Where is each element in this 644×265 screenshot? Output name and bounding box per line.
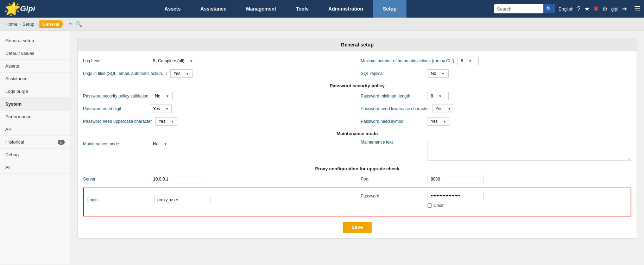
pw-symbol-select[interactable]: Yes ▼ xyxy=(428,117,449,126)
pw-uppercase-group: Password need uppercase character Yes ▼ xyxy=(83,117,354,126)
password-control xyxy=(428,192,484,200)
sql-replica-control: No ▼ xyxy=(428,69,449,78)
panel-title: General setup xyxy=(78,38,637,51)
log-level-row: Log Level 5- Complete (all) ▼ Maximal nu… xyxy=(83,57,631,65)
search-box: 🔍 xyxy=(494,4,555,13)
port-group: Port xyxy=(361,175,631,183)
pw-min-length-control: 8 ▼ xyxy=(428,92,449,100)
login-input[interactable] xyxy=(154,196,210,204)
gear-icon[interactable]: ⚙ xyxy=(602,5,608,13)
pw-lowercase-label: Password need lowercase character xyxy=(361,106,429,111)
max-actions-select[interactable]: 5 ▼ xyxy=(457,57,479,65)
breadcrumb-home[interactable]: Home xyxy=(5,21,18,27)
pw-lowercase-group: Password need lowercase character Yes ▼ xyxy=(361,105,631,113)
pw-min-length-arrow: ▼ xyxy=(438,94,442,98)
clear-label: Clear xyxy=(434,203,444,208)
logs-files-label: Logs in files (SQL, email, automatic act… xyxy=(83,71,167,76)
maintenance-mode-control: No ▼ xyxy=(150,140,171,148)
breadcrumb-current[interactable]: General xyxy=(39,20,63,28)
sidebar-item-debug[interactable]: Debug xyxy=(0,149,70,161)
maintenance-mode-arrow: ▼ xyxy=(164,142,167,146)
logs-files-group: Logs in files (SQL, email, automatic act… xyxy=(83,69,354,78)
logo[interactable]: 🌟 Glpi xyxy=(4,1,67,16)
maintenance-mode-label: Maintenance mode xyxy=(83,141,146,146)
search-button[interactable]: 🔍 xyxy=(543,4,555,13)
pw-digit-select[interactable]: Yes ▼ xyxy=(150,105,172,113)
logs-sql-row: Logs in files (SQL, email, automatic act… xyxy=(83,69,631,78)
login-group: Login xyxy=(87,196,354,204)
log-level-control: 5- Complete (all) ▼ xyxy=(150,57,196,65)
sidebar-item-logs-purge[interactable]: Logs purge xyxy=(0,85,70,98)
help-icon[interactable]: ? xyxy=(577,5,581,13)
clear-checkbox[interactable] xyxy=(428,203,432,208)
sidebar-item-default-values[interactable]: Default values xyxy=(0,47,70,60)
add-icon[interactable]: + xyxy=(69,21,72,27)
alert-icon[interactable]: ✱ xyxy=(593,5,599,13)
maintenance-text-input[interactable] xyxy=(428,140,631,161)
breadcrumb-sep1: › xyxy=(19,22,21,27)
save-button[interactable]: Save xyxy=(343,222,372,233)
sql-replica-select[interactable]: No ▼ xyxy=(428,69,449,78)
maintenance-mode-select[interactable]: No ▼ xyxy=(150,140,171,148)
pw-uppercase-row: Password need uppercase character Yes ▼ … xyxy=(83,117,631,126)
password-input[interactable] xyxy=(428,192,484,200)
hamburger-icon[interactable]: ☰ xyxy=(634,5,640,13)
nav-management[interactable]: Management xyxy=(236,0,286,18)
sidebar-item-all[interactable]: All xyxy=(0,161,70,174)
sidebar-item-performance[interactable]: Performance xyxy=(0,111,70,123)
nav-right: 🔍 English ? ★ ✱ ⚙ glpi ➜ ☰ xyxy=(494,4,640,13)
pw-uppercase-arrow: ▼ xyxy=(171,120,174,124)
sql-replica-arrow: ▼ xyxy=(441,72,445,76)
log-level-select[interactable]: 5- Complete (all) ▼ xyxy=(150,57,196,65)
pw-digit-row: Password need digit Yes ▼ Password need … xyxy=(83,105,631,113)
pw-digit-group: Password need digit Yes ▼ xyxy=(83,105,354,113)
pw-symbol-group: Password need symbol Yes ▼ xyxy=(361,117,631,126)
sidebar-item-api[interactable]: API xyxy=(0,123,70,136)
breadcrumb-setup[interactable]: Setup xyxy=(23,21,34,27)
server-control xyxy=(150,175,206,183)
pw-lowercase-select[interactable]: Yes ▼ xyxy=(432,105,454,113)
pw-policy-select[interactable]: No ▼ xyxy=(152,92,173,100)
breadcrumb-sep2: › xyxy=(36,22,38,27)
sidebar-item-general-setup[interactable]: General setup xyxy=(0,34,70,47)
nav-tools[interactable]: Tools xyxy=(286,0,318,18)
logs-files-arrow: ▼ xyxy=(186,72,189,76)
nav-assistance[interactable]: Assistance xyxy=(190,0,236,18)
nav-setup[interactable]: Setup xyxy=(373,0,406,18)
logout-icon[interactable]: ➜ xyxy=(622,5,627,13)
logs-files-select[interactable]: Yes ▼ xyxy=(170,69,192,78)
pw-symbol-control: Yes ▼ xyxy=(428,117,449,126)
login-label: Login xyxy=(87,197,151,202)
pw-policy-label: Password security policy validation xyxy=(83,94,148,99)
login-control xyxy=(154,196,210,204)
sidebar-item-assets[interactable]: Assets xyxy=(0,60,70,72)
pw-uppercase-control: Yes ▼ xyxy=(155,117,177,126)
proxy-section-label: Proxy configuration for upgrade check xyxy=(83,166,631,171)
pw-min-length-select[interactable]: 8 ▼ xyxy=(428,92,449,100)
pw-min-length-label: Password minimum length xyxy=(361,94,424,99)
sidebar-item-assistance[interactable]: Assistance xyxy=(0,72,70,85)
nav-administration[interactable]: Administration xyxy=(318,0,373,18)
maintenance-row: Maintenance mode No ▼ Maintenance text xyxy=(83,140,631,161)
search-input[interactable] xyxy=(494,5,543,13)
breadcrumb: Home › Setup › General + 🔍 xyxy=(0,18,644,31)
pw-symbol-label: Password need symbol xyxy=(361,119,424,124)
breadcrumb-search-icon[interactable]: 🔍 xyxy=(75,21,82,27)
maintenance-text-label: Maintenance text xyxy=(361,140,424,145)
server-input[interactable] xyxy=(150,175,206,183)
nav-assets[interactable]: Assets xyxy=(154,0,190,18)
max-actions-arrow: ▼ xyxy=(468,59,472,63)
sidebar-item-historical[interactable]: Historical 6 xyxy=(0,136,70,149)
language-selector[interactable]: English xyxy=(558,6,574,12)
star-icon[interactable]: ★ xyxy=(584,5,590,13)
pw-digit-arrow: ▼ xyxy=(165,107,169,111)
pw-digit-label: Password need digit xyxy=(83,106,146,111)
maintenance-section-label: Maintenance mode xyxy=(83,131,631,136)
max-actions-label: Maximal number of automatic actions (run… xyxy=(361,58,454,63)
pw-uppercase-select[interactable]: Yes ▼ xyxy=(155,117,177,126)
username[interactable]: glpi xyxy=(611,6,618,12)
port-input[interactable] xyxy=(428,175,484,183)
server-label: Server xyxy=(83,177,146,182)
password-section-label: Password security policy xyxy=(83,83,631,88)
sidebar: General setup Default values Assets Assi… xyxy=(0,31,70,264)
